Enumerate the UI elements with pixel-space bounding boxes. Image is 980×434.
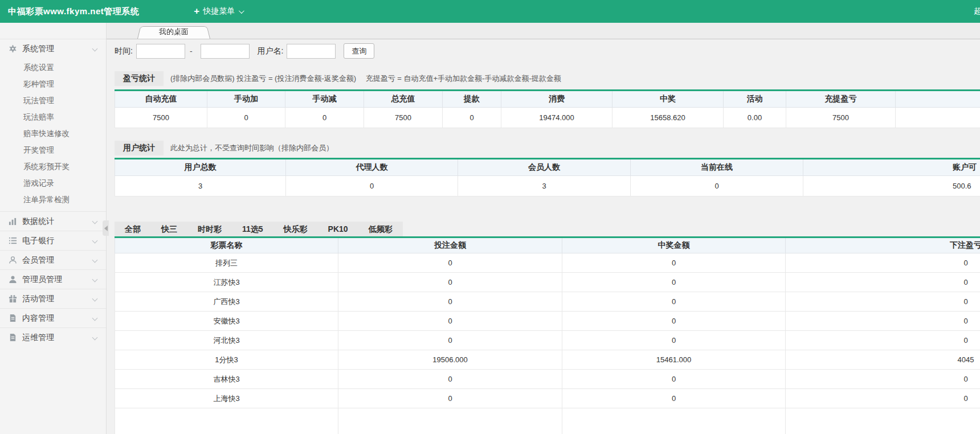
- gear-icon: [8, 44, 17, 54]
- cell-bet-profit: 4045: [786, 350, 980, 370]
- chevron-down-icon: [92, 277, 98, 282]
- sidebar-section-member-management[interactable]: 会员管理: [0, 250, 106, 269]
- column-header: 投注金额: [338, 238, 562, 253]
- tab-my-desktop[interactable]: 我的桌面: [137, 25, 210, 39]
- column-header: 会员人数: [458, 159, 631, 176]
- quick-menu-button[interactable]: + 快捷菜单: [194, 6, 243, 17]
- plus-icon: +: [194, 6, 199, 17]
- cell-total-recharge: 7500: [364, 108, 443, 128]
- sidebar-item-draw-management[interactable]: 开奖管理: [0, 142, 106, 158]
- tab-shishicai[interactable]: 时时彩: [187, 222, 232, 236]
- column-header-clipped: 下注盈亏: [786, 238, 980, 253]
- chevron-down-icon: [92, 296, 98, 302]
- sidebar-collapse-handle[interactable]: [103, 220, 109, 236]
- cell-win-amount: 15461.000: [562, 350, 786, 370]
- cell-bet-amount: 0: [338, 292, 562, 312]
- app-title: 中福彩票www.fkym.net管理系统: [8, 6, 139, 17]
- main-content: 我的桌面 时间: - 用户名: 查询 盈亏统计 (排除内部会员数据) 投注盈亏 …: [107, 23, 980, 434]
- user-stats-header: 用户统计 此处为总计，不受查询时间影响（排除内部会员）: [115, 141, 980, 155]
- tab-11xuan5[interactable]: 11选5: [232, 222, 273, 236]
- user-stats-note: 此处为总计，不受查询时间影响（排除内部会员）: [170, 143, 333, 153]
- sidebar-item-odds-quick-edit[interactable]: 赔率快速修改: [0, 125, 106, 142]
- sidebar-item-game-records[interactable]: 游戏记录: [0, 175, 106, 191]
- cell-bet-amount: 19506.000: [338, 350, 562, 370]
- cell-lottery-name: 上海快3: [115, 389, 338, 408]
- cell-agent-count: 0: [286, 176, 458, 196]
- column-header: 消费: [501, 91, 612, 108]
- cell-auto-recharge: 7500: [115, 108, 207, 128]
- username-input[interactable]: [287, 44, 336, 59]
- time-from-input[interactable]: [136, 44, 185, 59]
- sidebar-section-label: 电子银行: [22, 236, 54, 246]
- sidebar-section-content-management[interactable]: 内容管理: [0, 308, 106, 327]
- column-header: 总充值: [364, 91, 443, 108]
- query-button[interactable]: 查询: [344, 43, 374, 59]
- app-frame: 系统管理 系统设置 彩种管理 玩法管理 玩法赔率 赔率快速修改 开奖管理 系统彩…: [0, 23, 980, 434]
- table-header-row: 彩票名称 投注金额 中奖金额 下注盈亏: [115, 238, 980, 253]
- tab-low-frequency[interactable]: 低频彩: [358, 222, 403, 236]
- table-row: 7500 0 0 7500 0 19474.000 15658.620 0.00…: [115, 108, 980, 128]
- chevron-down-icon: [92, 219, 98, 224]
- tab-kuailecai[interactable]: 快乐彩: [273, 222, 318, 236]
- sidebar-section-e-bank[interactable]: 电子银行: [0, 231, 106, 250]
- table-row: 吉林快3 0 0 0: [115, 370, 980, 389]
- cell-bet-profit: 0: [786, 331, 980, 350]
- sidebar-item-system-settings[interactable]: 系统设置: [0, 59, 106, 76]
- column-header: 中奖金额: [562, 238, 786, 253]
- sidebar-section-label: 管理员管理: [22, 275, 62, 285]
- sidebar-section-system-management[interactable]: 系统管理: [0, 39, 106, 58]
- cell-online-count: 0: [631, 176, 803, 196]
- lottery-stats-table: 彩票名称 投注金额 中奖金额 下注盈亏 排列三 0 0 0 江苏快3: [115, 236, 980, 434]
- tab-my-desktop-label: 我的桌面: [137, 25, 210, 39]
- time-label: 时间:: [115, 46, 133, 56]
- profit-stats-header: 盈亏统计 (排除内部会员数据) 投注盈亏 = (投注消费金额-返奖金额) 充提盈…: [115, 71, 980, 86]
- user-stats-table: 用户总数 代理人数 会员人数 当前在线 账户可 3 0 3 0 500.6: [115, 158, 980, 196]
- tab-all[interactable]: 全部: [115, 222, 151, 236]
- user-stats-title: 用户统计: [115, 141, 164, 155]
- tab-kuai3[interactable]: 快三: [151, 222, 187, 236]
- column-header: 彩票名称: [115, 238, 338, 253]
- sidebar-submenu-system: 系统设置 彩种管理 玩法管理 玩法赔率 赔率快速修改 开奖管理 系统彩预开奖 游…: [0, 58, 106, 211]
- table-row: 河北快3 0 0 0: [115, 331, 980, 350]
- username-label: 用户名:: [258, 46, 284, 56]
- cell-bet-profit: 0: [786, 312, 980, 331]
- document-icon: [8, 314, 17, 323]
- sidebar-section-ops-management[interactable]: 运维管理: [0, 327, 106, 347]
- cell-win-amount: 0: [562, 292, 786, 312]
- sidebar-item-lottery-type-management[interactable]: 彩种管理: [0, 76, 106, 92]
- sidebar-item-system-lottery-pre-draw[interactable]: 系统彩预开奖: [0, 158, 106, 175]
- user-menu[interactable]: 超: [974, 0, 980, 23]
- chevron-down-icon: [92, 316, 98, 321]
- cell-bet-amount: 0: [338, 389, 562, 408]
- sidebar-section-data-statistics[interactable]: 数据统计: [0, 211, 106, 231]
- cell-total-users: 3: [115, 176, 286, 196]
- cell-bet-amount: 0: [338, 273, 562, 292]
- cell-consumption: 19474.000: [501, 108, 612, 128]
- sidebar-section-activity-management[interactable]: 活动管理: [0, 289, 106, 308]
- cell-winning: 15658.620: [612, 108, 724, 128]
- cell-bet-profit: 0: [786, 370, 980, 389]
- profit-stats-table: 自动充值 手动加 手动减 总充值 提款 消费 中奖 活动 充提盈亏 7500: [115, 89, 980, 128]
- sidebar-item-play-management[interactable]: 玩法管理: [0, 92, 106, 109]
- sidebar-item-bet-anomaly-detection[interactable]: 注单异常检测: [0, 191, 106, 208]
- tab-pk10[interactable]: PK10: [318, 222, 358, 236]
- sidebar-section-label: 系统管理: [22, 44, 54, 54]
- table-header-row: 用户总数 代理人数 会员人数 当前在线 账户可: [115, 159, 980, 176]
- chevron-down-icon: [239, 8, 244, 14]
- table-row: 江苏快3 0 0 0: [115, 273, 980, 292]
- sidebar-item-play-odds[interactable]: 玩法赔率: [0, 109, 106, 125]
- cell-win-amount: 0: [562, 312, 786, 331]
- user-solid-icon: [8, 275, 17, 284]
- bar-chart-icon: [8, 217, 17, 226]
- chevron-down-icon: [92, 257, 98, 263]
- cell-lottery-name: 1分快3: [115, 350, 338, 370]
- sidebar-section-admin-management[interactable]: 管理员管理: [0, 269, 106, 289]
- table-row: 安徽快3 0 0 0: [115, 312, 980, 331]
- column-header-clipped: [896, 91, 980, 108]
- cell-lottery-name: 排列三: [115, 253, 338, 273]
- cell-lottery-name: 吉林快3: [115, 370, 338, 389]
- time-to-input[interactable]: [201, 44, 250, 59]
- cell-lottery-name: 河北快3: [115, 331, 338, 350]
- cell-lottery-name: 安徽快3: [115, 312, 338, 331]
- cell-bet-profit: 0: [786, 253, 980, 273]
